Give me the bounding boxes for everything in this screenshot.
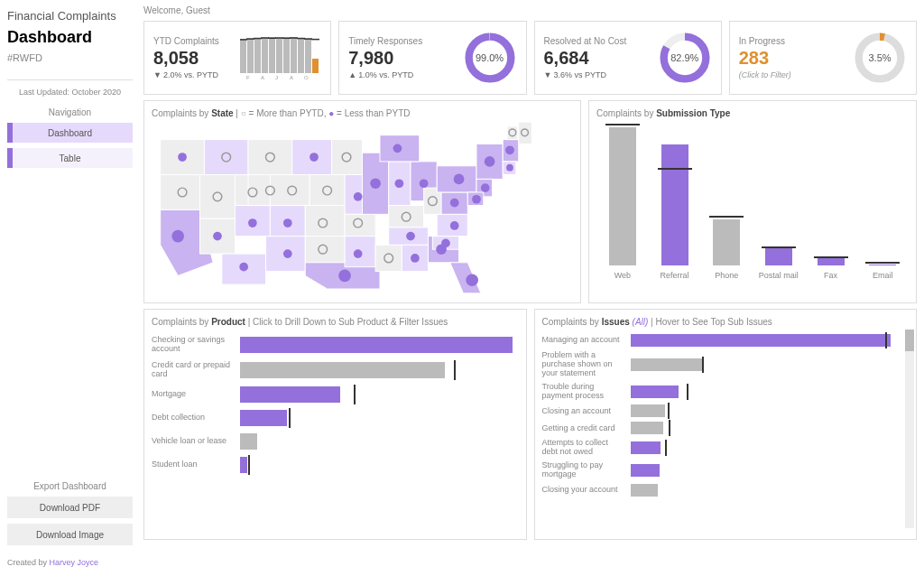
complaints-by-issues-card[interactable]: Complaints by Issues (All) | Hover to Se…: [534, 309, 918, 540]
submission-bar-chart[interactable]: Web Referral Phone Postal mail Fax Email: [596, 122, 909, 280]
svg-rect-8: [269, 37, 275, 73]
svg-rect-6: [262, 38, 268, 73]
svg-point-110: [466, 274, 478, 286]
svg-rect-37: [204, 140, 248, 175]
submission-bar-email[interactable]: Email: [861, 125, 904, 280]
svg-rect-17: [297, 38, 305, 40]
svg-point-116: [485, 156, 495, 167]
svg-rect-14: [291, 37, 297, 73]
submission-bar-postal-mail[interactable]: Postal mail: [757, 125, 800, 280]
scrollbar-thumb[interactable]: [905, 330, 914, 351]
svg-rect-16: [298, 38, 304, 73]
hbar-row[interactable]: Attempts to collect debt not owed: [542, 439, 897, 457]
kpi-resolved-no-cost[interactable]: Resolved at No Cost 6,684 ▼3.6% vs PYTD …: [534, 21, 722, 95]
hbar-row[interactable]: Checking or savings account: [152, 336, 519, 354]
svg-rect-60: [389, 206, 424, 228]
svg-rect-18: [305, 39, 311, 73]
svg-point-111: [450, 221, 459, 230]
svg-rect-9: [268, 38, 276, 40]
hbar-row[interactable]: Student loan: [152, 457, 519, 473]
svg-point-88: [283, 249, 292, 258]
last-updated: Last Updated: October 2020: [7, 79, 133, 97]
svg-text:A: A: [290, 75, 293, 80]
hbar-row[interactable]: Credit card or prepaid card: [152, 361, 519, 379]
svg-rect-2: [247, 39, 254, 73]
kpi-timely-responses[interactable]: Timely Responses 7,980 ▲1.0% vs. PYTD 99…: [338, 21, 526, 95]
hbar-row[interactable]: Mortgage: [152, 386, 519, 403]
nav-label: Dashboard: [48, 128, 92, 138]
svg-rect-0: [240, 40, 246, 73]
svg-rect-5: [254, 38, 262, 40]
svg-rect-4: [254, 38, 261, 73]
svg-point-108: [411, 254, 420, 263]
svg-text:J: J: [275, 75, 278, 80]
ytd-sparkline-chart: F A J A O: [240, 35, 321, 80]
svg-rect-34: [161, 175, 200, 210]
svg-point-99: [354, 249, 363, 258]
hbar-row[interactable]: Trouble during payment process: [542, 383, 897, 401]
hbar-row[interactable]: Struggling to pay mortgage: [542, 461, 897, 479]
hbar-row[interactable]: Closing an account: [542, 404, 897, 417]
hbar-row[interactable]: Getting a credit card: [542, 422, 897, 434]
page-title: Dashboard: [7, 28, 133, 47]
map-header: Complaints by State | ○ = More than PYTD…: [152, 108, 573, 118]
nav-item-dashboard[interactable]: Dashboard: [7, 123, 133, 143]
main-content: Welcome, Guest YTD Complaints 8,058 ▼2.0…: [140, 0, 924, 576]
svg-point-115: [454, 174, 465, 185]
kpi-row: YTD Complaints 8,058 ▼2.0% vs. PYTD F A …: [143, 21, 917, 95]
nav-accent: [7, 148, 13, 168]
svg-text:A: A: [261, 75, 264, 80]
submission-bar-referral[interactable]: Referral: [653, 125, 697, 280]
submission-header: Complaints by Submission Type: [596, 108, 909, 118]
download-pdf-button[interactable]: Download PDF: [7, 497, 133, 518]
svg-point-102: [395, 179, 404, 188]
svg-rect-36: [200, 175, 236, 219]
product-header: Complaints by Product | Click to Drill D…: [152, 317, 519, 327]
hbar-row[interactable]: Managing an account: [542, 334, 897, 347]
complaints-by-submission-card[interactable]: Complaints by Submission Type Web Referr…: [588, 100, 917, 303]
hbar-row[interactable]: Closing your account: [542, 484, 897, 497]
timely-donut: 99.0%: [463, 31, 517, 85]
author-link[interactable]: Harvey Joyce: [50, 558, 99, 567]
submission-bar-fax[interactable]: Fax: [809, 125, 853, 280]
svg-point-95: [310, 153, 319, 162]
kpi-in-progress[interactable]: In Progress 283 (Click to Filter) 3.5%: [729, 21, 917, 95]
svg-rect-19: [304, 38, 312, 40]
svg-point-119: [505, 145, 514, 154]
us-map[interactable]: [152, 122, 573, 293]
product-bar-chart[interactable]: Checking or savings account Credit card …: [152, 330, 519, 473]
svg-rect-7: [261, 37, 269, 39]
svg-rect-55: [331, 140, 362, 175]
svg-point-85: [248, 218, 257, 228]
svg-rect-1: [240, 39, 247, 41]
nav-label: Table: [60, 153, 81, 163]
svg-point-117: [481, 183, 490, 192]
svg-rect-10: [276, 38, 282, 73]
up-arrow-icon: ▲: [348, 70, 356, 79]
submission-bar-phone[interactable]: Phone: [705, 125, 748, 280]
svg-text:O: O: [304, 75, 309, 80]
welcome-text: Welcome, Guest: [143, 5, 917, 15]
complaints-by-product-card[interactable]: Complaints by Product | Click to Drill D…: [143, 309, 527, 540]
bottom-row: Complaints by Product | Click to Drill D…: [143, 309, 917, 540]
hbar-row[interactable]: Debt collection: [152, 410, 519, 426]
credit: Created by Harvey Joyce: [7, 558, 133, 567]
svg-point-104: [393, 144, 402, 153]
svg-rect-46: [270, 175, 310, 206]
hbar-row[interactable]: Problem with a purchase shown on your st…: [542, 351, 897, 378]
nav-header: Navigation: [7, 107, 133, 117]
mid-row: Complaints by State | ○ = More than PYTD…: [143, 100, 917, 303]
download-image-button[interactable]: Download Image: [7, 524, 133, 545]
nav-item-table[interactable]: Table: [7, 148, 133, 168]
issues-scrollbar[interactable]: [905, 330, 914, 528]
hbar-row[interactable]: Vehicle loan or lease: [152, 433, 519, 450]
svg-point-84: [213, 232, 222, 241]
svg-rect-13: [282, 38, 291, 40]
svg-rect-3: [246, 38, 254, 40]
svg-rect-12: [283, 37, 290, 73]
kpi-ytd-complaints[interactable]: YTD Complaints 8,058 ▼2.0% vs. PYTD F A …: [143, 21, 331, 95]
issues-bar-chart[interactable]: Managing an account Problem with a purch…: [542, 330, 910, 497]
svg-point-94: [338, 270, 351, 283]
complaints-by-state-card[interactable]: Complaints by State | ○ = More than PYTD…: [143, 100, 581, 303]
submission-bar-web[interactable]: Web: [601, 125, 644, 280]
